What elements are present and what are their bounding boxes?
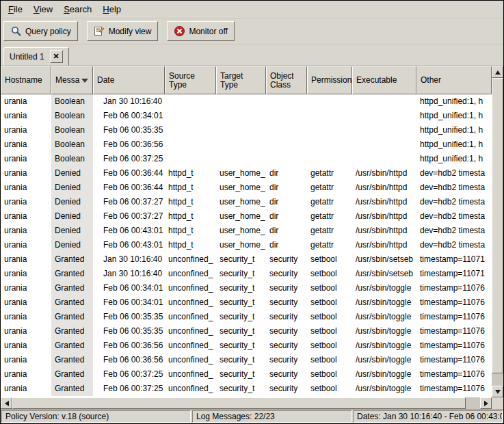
- table-cell: [165, 137, 216, 152]
- horizontal-scrollbar-track[interactable]: [12, 397, 480, 409]
- column-header[interactable]: Source Type: [165, 66, 216, 94]
- table-cell: unconfined_: [165, 310, 216, 324]
- column-header-label: Executable: [356, 76, 397, 85]
- horizontal-scrollbar[interactable]: [1, 397, 492, 409]
- menu-file[interactable]: File: [3, 1, 28, 18]
- table-row[interactable]: uraniaDeniedFeb 06 00:36:44httpd_tuser_h…: [1, 181, 492, 195]
- table-cell: dev=hdb2 timesta: [416, 195, 492, 209]
- table-cell: Boolean: [51, 137, 93, 152]
- table-cell: Feb 06 00:37:25: [93, 152, 165, 166]
- vertical-scrollbar[interactable]: [492, 66, 503, 397]
- column-header-label: Permission: [311, 76, 352, 85]
- table-cell: user_home_: [216, 238, 266, 252]
- monitor-off-button[interactable]: Monitor off: [167, 21, 234, 41]
- table-row[interactable]: uraniaGrantedJan 30 10:16:40unconfined_s…: [1, 267, 492, 281]
- tab-untitled-1[interactable]: Untitled 1 ✕: [3, 47, 69, 66]
- monitor-off-icon: [174, 25, 185, 37]
- column-header-label: Object Class: [270, 72, 294, 90]
- table-row[interactable]: uraniaDeniedFeb 06 00:37:27httpd_tuser_h…: [1, 195, 492, 209]
- table-row[interactable]: uraniaGrantedFeb 06 00:35:35unconfined_s…: [1, 310, 492, 324]
- table-row[interactable]: uraniaBooleanFeb 06 00:37:25httpd_unifie…: [1, 152, 492, 166]
- table-row[interactable]: uraniaBooleanFeb 06 00:36:56httpd_unifie…: [1, 137, 492, 152]
- table-cell: setbool: [307, 339, 352, 353]
- table-cell: security_t: [216, 281, 266, 295]
- table-cell: /usr/sbin/httpd: [352, 209, 416, 224]
- table-row[interactable]: uraniaDeniedFeb 06 00:43:01httpd_tuser_h…: [1, 238, 492, 252]
- table-cell: setbool: [307, 353, 352, 367]
- menu-view[interactable]: View: [28, 1, 58, 18]
- table-row[interactable]: uraniaBooleanJan 30 10:16:40httpd_unifie…: [1, 94, 492, 109]
- table-cell: Granted: [51, 382, 93, 396]
- scroll-up-icon: [495, 70, 501, 75]
- query-policy-button[interactable]: Query policy: [3, 21, 78, 41]
- table-row[interactable]: uraniaBooleanFeb 06 00:35:35httpd_unifie…: [1, 123, 492, 137]
- table-cell: urania: [1, 310, 51, 324]
- table-header: HostnameMessaDateSource TypeTarget TypeO…: [1, 66, 492, 94]
- column-header[interactable]: Permission: [307, 66, 352, 94]
- scroll-up-button[interactable]: [492, 66, 503, 78]
- column-header[interactable]: Object Class: [266, 66, 307, 94]
- table-cell: /usr/sbin/toggle: [352, 353, 416, 367]
- table-cell: httpd_unified:1, h: [416, 137, 492, 152]
- table-cell: unconfined_: [165, 295, 216, 310]
- table-cell: setbool: [307, 281, 352, 295]
- table-cell: Jan 30 10:16:40: [93, 94, 165, 109]
- table-row[interactable]: uraniaGrantedFeb 06 00:37:25unconfined_s…: [1, 382, 492, 396]
- menu-help[interactable]: Help: [97, 1, 127, 18]
- table-cell: Boolean: [51, 94, 93, 109]
- table-cell: security: [266, 310, 307, 324]
- table-cell: timestamp=11071: [416, 252, 492, 267]
- scroll-left-button[interactable]: [1, 397, 12, 409]
- table-cell: Feb 06 00:34:01: [93, 295, 165, 310]
- table-cell: unconfined_: [165, 353, 216, 367]
- menu-search[interactable]: Search: [58, 1, 97, 18]
- table-cell: [216, 137, 266, 152]
- table-cell: Feb 06 00:36:56: [93, 137, 165, 152]
- table-cell: unconfined_: [165, 281, 216, 295]
- log-table-body: uraniaBooleanJan 30 10:16:40httpd_unifie…: [1, 94, 492, 397]
- table-row[interactable]: uraniaGrantedFeb 06 00:36:56unconfined_s…: [1, 353, 492, 367]
- table-row[interactable]: uraniaGrantedJan 30 10:16:40unconfined_s…: [1, 252, 492, 267]
- column-header[interactable]: Other: [416, 66, 492, 94]
- table-cell: urania: [1, 382, 51, 396]
- dates-status: Dates: Jan 30 10:16:40 - Feb 06 00:43:01: [353, 410, 503, 423]
- table-cell: security_t: [216, 324, 266, 339]
- table-cell: /usr/sbin/httpd: [352, 166, 416, 181]
- table-row[interactable]: uraniaDeniedFeb 06 00:37:27httpd_tuser_h…: [1, 209, 492, 224]
- column-header[interactable]: Executable: [352, 66, 416, 94]
- tab-close-button[interactable]: ✕: [50, 50, 63, 63]
- table-row[interactable]: uraniaGrantedFeb 06 00:37:25unconfined_s…: [1, 367, 492, 382]
- dates-text: Dates: Jan 30 10:16:40 - Feb 06 00:43:01: [357, 412, 503, 421]
- column-header[interactable]: Date: [93, 66, 165, 94]
- table-cell: [307, 152, 352, 166]
- table-cell: security_t: [216, 252, 266, 267]
- table-cell: [216, 152, 266, 166]
- table-cell: timestamp=11076: [416, 353, 492, 367]
- modify-view-button[interactable]: Modify view: [87, 21, 159, 41]
- scroll-down-button[interactable]: [492, 386, 503, 397]
- table-row[interactable]: uraniaGrantedFeb 06 00:34:01unconfined_s…: [1, 281, 492, 295]
- tab-bar: Untitled 1 ✕: [1, 44, 503, 66]
- column-header[interactable]: Hostname: [1, 66, 51, 94]
- table-cell: getattr: [307, 238, 352, 252]
- table-row[interactable]: uraniaGrantedFeb 06 00:34:01unconfined_s…: [1, 295, 492, 310]
- vertical-scrollbar-thumb[interactable]: [492, 78, 503, 373]
- table-row[interactable]: uraniaGrantedFeb 06 00:36:56unconfined_s…: [1, 339, 492, 353]
- table-row[interactable]: uraniaGrantedFeb 06 00:35:35unconfined_s…: [1, 324, 492, 339]
- vertical-scrollbar-track[interactable]: [492, 78, 503, 386]
- table-row[interactable]: uraniaDeniedFeb 06 00:43:01httpd_tuser_h…: [1, 224, 492, 238]
- horizontal-scrollbar-thumb[interactable]: [12, 397, 466, 409]
- column-header[interactable]: Messa: [51, 66, 93, 94]
- table-cell: /usr/sbin/setseb: [352, 252, 416, 267]
- table-cell: [307, 94, 352, 109]
- column-header[interactable]: Target Type: [216, 66, 266, 94]
- scroll-right-button[interactable]: [480, 397, 492, 409]
- table-cell: urania: [1, 324, 51, 339]
- table-row[interactable]: uraniaDeniedFeb 06 00:36:44httpd_tuser_h…: [1, 166, 492, 181]
- table-cell: urania: [1, 209, 51, 224]
- column-header-label: Target Type: [220, 72, 243, 90]
- table-row[interactable]: uraniaBooleanFeb 06 00:34:01httpd_unifie…: [1, 109, 492, 123]
- table-cell: setbool: [307, 267, 352, 281]
- table-cell: /usr/sbin/toggle: [352, 295, 416, 310]
- menu-bar: File View Search Help: [1, 1, 503, 18]
